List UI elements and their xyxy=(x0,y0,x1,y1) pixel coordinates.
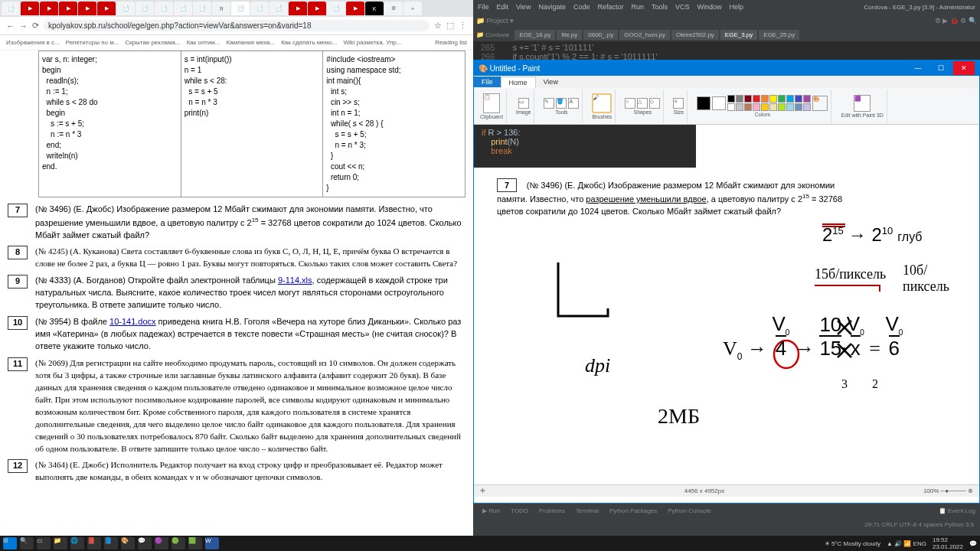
tab[interactable]: 📄 xyxy=(174,2,192,15)
bookmark[interactable]: Reading list xyxy=(435,39,467,46)
reload-button[interactable]: ⟳ xyxy=(32,21,39,31)
color-swatch[interactable] xyxy=(761,103,769,111)
word-icon[interactable]: W xyxy=(205,537,219,549)
bot-tab-todo[interactable]: TODO xyxy=(506,506,533,516)
paste-icon[interactable]: 📋 xyxy=(483,93,500,113)
bot-tab-terminal[interactable]: Terminal xyxy=(571,506,603,516)
color-swatch[interactable] xyxy=(744,95,752,103)
tab[interactable]: ▶ xyxy=(289,2,307,15)
color-swatch[interactable] xyxy=(761,95,769,103)
pencil-icon[interactable]: ✎ xyxy=(544,98,554,109)
bookmark[interactable]: Изображения в с... xyxy=(6,39,60,46)
tray[interactable]: ▲ 🔊 📶 ENG xyxy=(887,540,926,547)
color-swatch[interactable] xyxy=(727,95,735,103)
bookmark[interactable]: Как оптим... xyxy=(187,39,220,46)
app-icon[interactable]: 🎨 xyxy=(121,537,135,549)
bot-tab-run[interactable]: ▶ Run xyxy=(478,506,505,516)
forward-button[interactable]: → xyxy=(19,21,28,31)
menu-window[interactable]: Window xyxy=(697,3,722,11)
file-link[interactable]: 10-141.docx xyxy=(109,317,156,326)
app-icon[interactable]: 💬 xyxy=(138,537,152,549)
shape-icon[interactable]: △ xyxy=(637,98,648,109)
bookmark[interactable]: Репетиторы по м... xyxy=(66,39,119,46)
star-icon[interactable]: ☆ xyxy=(434,21,442,31)
menu-code[interactable]: Code xyxy=(573,3,590,11)
tab[interactable]: 📄 xyxy=(2,2,20,15)
color-swatch[interactable] xyxy=(786,95,794,103)
menu-icon[interactable]: ⋮ xyxy=(459,21,467,31)
weather[interactable]: ☀ 5°C Mostly cloudy xyxy=(825,540,880,547)
tab[interactable]: ▶ xyxy=(308,2,326,15)
editor-tab[interactable]: GOO2_hom.py xyxy=(619,30,670,40)
paint3d-icon[interactable]: 🟪 xyxy=(854,95,871,112)
tab[interactable]: ▶ xyxy=(40,2,58,15)
tab[interactable]: 📄 xyxy=(193,2,211,15)
tab-view[interactable]: View xyxy=(536,77,566,87)
tab[interactable]: Я xyxy=(212,2,230,15)
tab[interactable]: 📄 xyxy=(155,2,173,15)
color-swatch[interactable] xyxy=(778,95,786,103)
tab[interactable]: K xyxy=(365,2,384,15)
shape-icon[interactable]: ◇ xyxy=(649,98,660,109)
menu-refactor[interactable]: Refactor xyxy=(597,3,623,11)
color-swatch[interactable] xyxy=(736,95,743,103)
minimize-button[interactable]: — xyxy=(907,61,929,75)
tab[interactable]: ▶ xyxy=(59,2,77,15)
address-bar[interactable]: kpolyakov.spb.ru/school/ege/gen.php?acti… xyxy=(44,20,430,31)
project-label[interactable]: 📁 Project ▾ xyxy=(476,17,514,24)
tab[interactable]: ⚙ xyxy=(384,2,403,15)
tab[interactable]: ▶ xyxy=(21,2,39,15)
tab-home[interactable]: Home xyxy=(501,77,536,88)
color-swatch[interactable] xyxy=(769,103,777,111)
color1[interactable] xyxy=(697,96,710,110)
chrome-icon[interactable]: 🌐 xyxy=(70,537,84,549)
bookmark[interactable]: Как сделать мемо... xyxy=(281,39,337,46)
notifications-icon[interactable]: 💬 xyxy=(969,540,977,547)
color-swatch[interactable] xyxy=(753,103,760,111)
explorer-icon[interactable]: 📁 xyxy=(54,537,67,549)
taskview-icon[interactable]: ▭ xyxy=(37,537,51,549)
menu-run[interactable]: Run xyxy=(631,3,644,11)
menu-help[interactable]: Help xyxy=(730,3,744,11)
select-icon[interactable]: ▭ xyxy=(518,98,529,109)
bookmark[interactable]: Скрытая реклама... xyxy=(125,39,180,46)
bot-tab-packages[interactable]: Python Packages xyxy=(605,506,662,516)
editor-tab[interactable]: Oleire2502.py xyxy=(671,30,719,40)
clock[interactable]: 19:5223.01.2022 xyxy=(933,536,963,550)
menu-view[interactable]: View xyxy=(516,3,531,11)
tab[interactable]: ▶ xyxy=(346,2,364,15)
bookmark[interactable]: Wiki разметка. Упр... xyxy=(343,39,401,46)
file-link[interactable]: 9-114.xls xyxy=(278,276,312,285)
tab[interactable]: ▶ xyxy=(78,2,96,15)
color2[interactable] xyxy=(712,96,726,110)
fill-icon[interactable]: 🪣 xyxy=(556,98,567,109)
color-swatch[interactable] xyxy=(744,103,752,111)
color-swatch[interactable] xyxy=(736,103,743,111)
close-button[interactable]: ✕ xyxy=(953,61,975,75)
editor-tab[interactable]: EGE_25.py xyxy=(759,30,799,40)
tab[interactable]: 📄 xyxy=(136,2,154,15)
tab[interactable]: 📄 xyxy=(250,2,269,15)
tab[interactable]: 📄 xyxy=(327,2,345,15)
app-icon[interactable]: 📕 xyxy=(87,537,101,549)
bot-tab-console[interactable]: Python Console xyxy=(663,506,715,516)
edit-colors-button[interactable]: 🎨 xyxy=(812,96,828,111)
color-swatch[interactable] xyxy=(786,103,794,111)
paint-canvas[interactable]: if R > 136: print(N) break 7 (№ 3496) (Е… xyxy=(474,125,979,484)
maximize-button[interactable]: ☐ xyxy=(930,61,952,75)
menu-tools[interactable]: Tools xyxy=(652,3,668,11)
tab[interactable]: 📄 xyxy=(116,2,135,15)
size-icon[interactable]: ≡ xyxy=(673,98,684,109)
search-icon[interactable]: 🔍 xyxy=(20,537,34,549)
bookmark[interactable]: Кампания меха... xyxy=(227,39,276,46)
color-swatch[interactable] xyxy=(778,103,786,111)
color-swatch[interactable] xyxy=(803,95,811,103)
color-swatch[interactable] xyxy=(795,95,802,103)
color-swatch[interactable] xyxy=(795,103,802,111)
event-log[interactable]: 📋 Event Log xyxy=(939,507,975,514)
ext-icon[interactable]: ⬚ xyxy=(446,21,454,31)
menu-navigate[interactable]: Navigate xyxy=(538,3,566,11)
shape-icon[interactable]: ○ xyxy=(625,98,635,109)
editor-tab[interactable]: 0600_.py xyxy=(583,30,618,40)
color-swatch[interactable] xyxy=(753,95,760,103)
